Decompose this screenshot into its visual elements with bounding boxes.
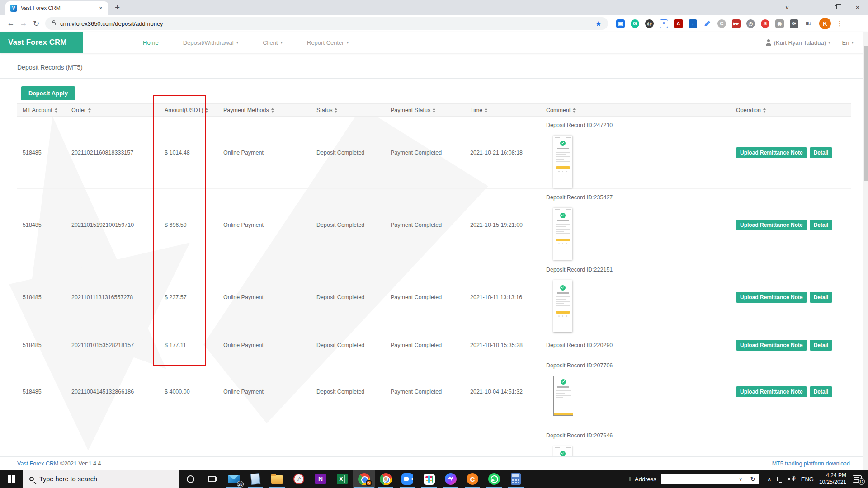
taskbar-search-input[interactable]: Type here to search xyxy=(23,470,179,488)
browser-menu-icon[interactable]: ⋮ xyxy=(836,19,843,28)
taskbar-app-onenote[interactable]: N xyxy=(310,470,331,488)
check-icon xyxy=(560,213,566,218)
upload-remittance-note-button[interactable]: Upload Remittance Note xyxy=(736,340,807,351)
remittance-thumbnail[interactable] xyxy=(553,446,572,456)
tab-search-chevron-icon[interactable]: ∨ xyxy=(777,4,797,11)
taskbar-app-chrome-active[interactable]: K xyxy=(353,470,375,488)
nav-item-home[interactable]: Home xyxy=(143,39,159,46)
new-tab-button[interactable]: + xyxy=(115,3,120,13)
detail-button[interactable]: Detail xyxy=(810,340,833,351)
user-icon xyxy=(765,39,772,46)
video-player-extension-icon[interactable]: ▶▶ xyxy=(732,19,741,28)
onenote-icon: N xyxy=(315,474,326,484)
browser-tab[interactable]: V Vast Forex CRM × xyxy=(5,1,108,15)
back-icon[interactable]: ← xyxy=(5,19,17,28)
tab-close-icon[interactable]: × xyxy=(98,5,104,12)
remittance-thumbnail[interactable] xyxy=(553,280,572,332)
speed-gauge-extension-icon[interactable]: ◷ xyxy=(746,19,755,28)
browser-profile-avatar[interactable]: K xyxy=(819,18,831,29)
taskbar-app-messenger[interactable] xyxy=(440,470,462,488)
col-header-payment-status[interactable]: Payment Status xyxy=(391,107,470,114)
col-header-comment[interactable]: Comment xyxy=(546,107,736,114)
action-center-icon[interactable]: 17 xyxy=(853,475,862,483)
language-indicator[interactable]: ENG xyxy=(801,476,814,483)
minimize-button[interactable]: — xyxy=(806,4,826,11)
address-bar[interactable]: crm.vforex3650.com/deposit/addmoney ★ xyxy=(45,17,608,30)
brand-logo[interactable]: Vast Forex CRM xyxy=(0,32,83,53)
taskbar-app-orange-c[interactable]: C xyxy=(462,470,483,488)
cell-mt-account: 518485 xyxy=(23,294,71,300)
upload-remittance-note-button[interactable]: Upload Remittance Note xyxy=(736,386,807,397)
footer-brand-link[interactable]: Vast Forex CRM xyxy=(17,460,58,467)
volume-icon[interactable]: ))) xyxy=(786,476,797,482)
upload-remittance-note-button[interactable]: Upload Remittance Note xyxy=(736,292,807,303)
detail-button[interactable]: Detail xyxy=(810,386,833,397)
col-header-order[interactable]: Order xyxy=(71,107,165,114)
adobe-extension-icon[interactable]: A xyxy=(674,19,683,28)
taskbar-app-slack[interactable] xyxy=(418,470,440,488)
taskbar-app-file-explorer[interactable] xyxy=(266,470,288,488)
cell-payment-status: Payment Completed xyxy=(391,389,470,395)
remittance-thumbnail[interactable] xyxy=(553,208,572,260)
media-playlist-extension-icon[interactable]: ≡♪ xyxy=(804,19,813,28)
nav-links: Home Deposit/Withdrawal▾ Client▾ Report … xyxy=(143,39,349,46)
deposit-record-id: Deposit Record ID:222151 xyxy=(546,267,733,273)
hidden-icons-chevron[interactable]: ∧ xyxy=(764,476,775,483)
screen-capture-extension-icon[interactable]: ◉ xyxy=(775,19,784,28)
remittance-thumbnail[interactable] xyxy=(553,376,573,416)
video-call-extension-icon[interactable]: ▣ xyxy=(616,19,625,28)
downloader-extension-icon[interactable]: ↓ xyxy=(689,19,697,28)
col-header-payment-methods[interactable]: Payment Methods xyxy=(223,107,316,114)
scrollbar-thumb[interactable] xyxy=(864,46,868,181)
page-footer: Vast Forex CRM ©2021 Ver:1.4.4 MT5 tradi… xyxy=(0,456,868,470)
col-header-mt-account[interactable]: MT Account xyxy=(23,107,71,114)
taskbar-app-calculator[interactable] xyxy=(505,470,527,488)
taskbar-clock[interactable]: 4:24 PM 10/25/2021 xyxy=(819,472,846,486)
deposit-apply-button[interactable]: Deposit Apply xyxy=(21,86,75,100)
user-menu[interactable]: (Kurt Ryan Taladua)▾ xyxy=(765,39,830,46)
color-picker-extension-icon[interactable]: 🖉 xyxy=(703,19,712,28)
cortana-button[interactable] xyxy=(179,470,201,488)
scrollbar-track[interactable] xyxy=(863,32,868,470)
language-menu[interactable]: En▾ xyxy=(842,39,854,46)
extensions-puzzle-icon[interactable]: ⚩ xyxy=(790,19,798,28)
s-red-extension-icon[interactable]: S xyxy=(761,19,769,28)
remittance-thumbnail[interactable] xyxy=(553,136,572,188)
close-button[interactable]: × xyxy=(847,3,868,12)
cell-time: 2021-10-04 14:51:32 xyxy=(470,389,546,395)
col-header-time[interactable]: Time xyxy=(470,107,546,114)
upload-remittance-note-button[interactable]: Upload Remittance Note xyxy=(736,147,807,158)
col-header-operation[interactable]: Operation xyxy=(736,107,851,114)
taskbar-app-mail[interactable]: 26 xyxy=(223,470,245,488)
nav-item-report-center[interactable]: Report Center▾ xyxy=(307,39,349,46)
nav-item-client[interactable]: Client▾ xyxy=(263,39,283,46)
taskbar-app-snipping-tool[interactable]: ✂ xyxy=(288,470,310,488)
cell-payment-status: Payment Completed xyxy=(391,294,470,300)
start-button[interactable] xyxy=(0,470,23,488)
bookmark-star-icon[interactable]: ★ xyxy=(595,19,602,28)
detail-button[interactable]: Detail xyxy=(810,292,833,303)
forward-icon[interactable]: → xyxy=(17,19,30,28)
input-tools-extension-icon[interactable]: ⌗ xyxy=(660,19,668,28)
upload-remittance-note-button[interactable]: Upload Remittance Note xyxy=(736,220,807,230)
network-icon[interactable] xyxy=(775,477,786,481)
restore-button[interactable] xyxy=(826,4,847,11)
detail-button[interactable]: Detail xyxy=(810,147,833,158)
col-header-status[interactable]: Status xyxy=(316,107,391,114)
mt5-download-link[interactable]: MT5 trading platform download xyxy=(772,460,850,467)
taskbar-app-chrome-secondary[interactable] xyxy=(375,470,396,488)
task-view-button[interactable] xyxy=(201,470,223,488)
taskbar-app-zoom[interactable] xyxy=(396,470,418,488)
address-refresh-button[interactable]: ↻ xyxy=(746,474,760,484)
gray-c-extension-icon[interactable]: C xyxy=(717,19,726,28)
at-circle-extension-icon[interactable]: @ xyxy=(645,19,654,28)
cell-mt-account: 518485 xyxy=(23,150,71,156)
address-toolbar-input[interactable]: ∨ xyxy=(661,474,746,484)
nav-item-deposit-withdrawal[interactable]: Deposit/Withdrawal▾ xyxy=(183,39,239,46)
grammarly-extension-icon[interactable]: G xyxy=(631,19,639,28)
reload-icon[interactable]: ↻ xyxy=(30,19,42,28)
taskbar-app-excel[interactable]: X xyxy=(331,470,353,488)
taskbar-app-notepad[interactable] xyxy=(245,470,266,488)
taskbar-app-whatsapp[interactable] xyxy=(483,470,505,488)
detail-button[interactable]: Detail xyxy=(810,220,833,230)
